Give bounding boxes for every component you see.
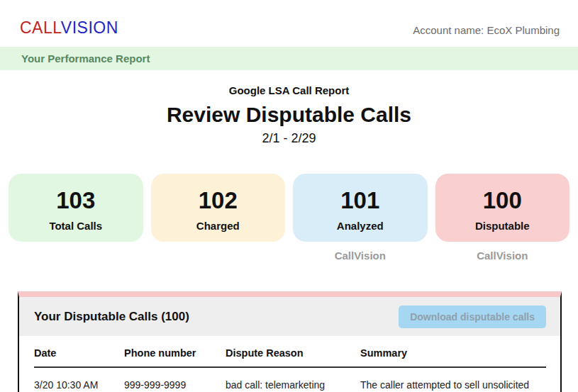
cell-summary: The caller attempted to sell unsolicited… (360, 367, 546, 392)
disputable-calls-table: Date Phone number Dispute Reason Summary… (19, 336, 560, 392)
cell-reason: bad call: telemarketing (226, 367, 360, 392)
stat-value-analyzed: 101 (293, 188, 428, 213)
stat-cards-row: 103 Total Calls 102 Charged 101 Analyzed… (0, 174, 578, 242)
stat-label-total-calls: Total Calls (9, 220, 143, 232)
logo-part-vision: VISION (61, 18, 118, 37)
report-subtitle: Google LSA Call Report (0, 84, 578, 96)
column-header-date: Date (34, 336, 124, 367)
table-row: 3/20 10:30 AM 999-999-9999 bad call: tel… (34, 367, 546, 392)
watermark-3: CallVision (477, 250, 528, 262)
stat-label-charged: Charged (151, 220, 286, 232)
stat-card-0: 103 Total Calls (9, 174, 143, 242)
stat-card-2: 101 Analyzed (293, 174, 428, 242)
cell-date: 3/20 10:30 AM (34, 367, 124, 392)
logo-part-call: CALL (20, 18, 61, 37)
stat-label-analyzed: Analyzed (293, 220, 428, 232)
page-header: CALLVISION Account name: EcoX Plumbing (0, 0, 578, 47)
column-header-phone: Phone number (124, 336, 226, 367)
account-name-label: Account name: EcoX Plumbing (413, 24, 560, 38)
stat-value-disputable: 100 (435, 188, 570, 213)
stat-value-total-calls: 103 (9, 188, 143, 213)
stat-card-1: 102 Charged (151, 174, 286, 242)
page-title: Review Disputable Calls (0, 103, 578, 127)
download-disputable-calls-button[interactable]: Download disputable calls (399, 306, 546, 328)
callvision-logo: CALLVISION (20, 18, 118, 38)
stat-label-disputable: Disputable (435, 220, 570, 232)
stat-card-3: 100 Disputable (435, 174, 570, 242)
column-header-reason: Dispute Reason (226, 336, 360, 367)
report-date-range: 2/1 - 2/29 (0, 131, 578, 146)
cell-phone: 999-999-9999 (124, 367, 226, 392)
column-header-summary: Summary (360, 336, 546, 367)
disputable-calls-header: Your Disputable Calls (100) Download dis… (19, 297, 560, 336)
report-titles: Google LSA Call Report Review Disputable… (0, 84, 578, 146)
banner-title: Your Performance Report (21, 52, 150, 65)
watermark-2: CallVision (335, 250, 386, 262)
performance-report-banner: Your Performance Report (0, 47, 578, 70)
stat-value-charged: 102 (151, 188, 286, 213)
disputable-calls-title: Your Disputable Calls (100) (34, 310, 189, 324)
table-header-row: Date Phone number Dispute Reason Summary (34, 336, 546, 367)
callvision-watermarks-row: CallVision CallVision (0, 250, 578, 262)
disputable-calls-section: Your Disputable Calls (100) Download dis… (18, 291, 562, 392)
